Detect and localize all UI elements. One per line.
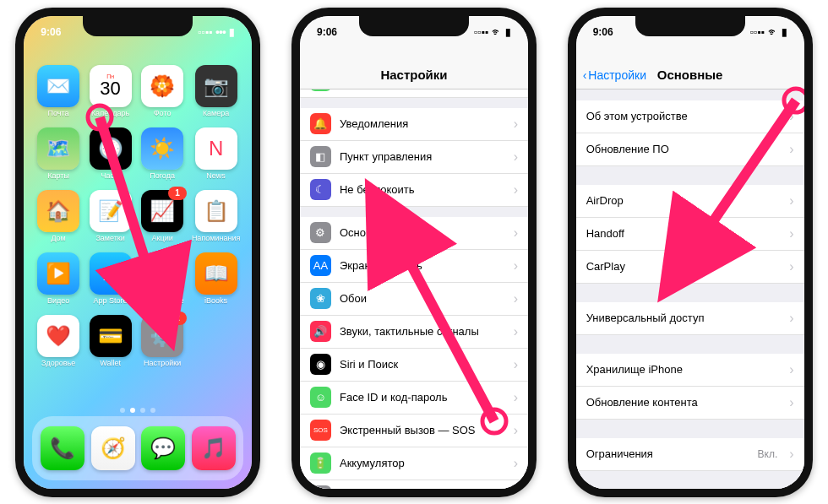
cell-Siri и Поиск[interactable]: ◉Siri и Поиск›: [300, 349, 528, 382]
cell-Ограничения[interactable]: ОграниченияВкл.›: [576, 438, 804, 471]
cell-label: Об этом устройстве: [586, 110, 782, 122]
app-Wallet[interactable]: 💳Wallet: [88, 315, 133, 367]
battery-icon: ▮: [229, 26, 235, 38]
app-Камера[interactable]: 📷Камера: [192, 65, 240, 117]
app-icon: ⚙️2: [141, 315, 183, 357]
cell-Обновление ПО[interactable]: Обновление ПО›: [576, 133, 804, 166]
cell-AirDrop[interactable]: AirDrop›: [576, 185, 804, 218]
wifi-icon: ᯤ: [768, 26, 778, 38]
signal-icon: ▫▫▪▪: [198, 26, 212, 38]
app-Календарь[interactable]: Пн30Календарь: [88, 65, 133, 117]
cell-Об этом устройстве[interactable]: Об этом устройстве›: [576, 100, 804, 133]
cell-Конфиденциальность[interactable]: ✋Конфиденциальность›: [300, 480, 528, 489]
app-label: Часы: [101, 171, 120, 180]
phone-home: 9:06 ▫▫▪▪ ⦁⦁⦁ ▮ ✉️ПочтаПн30Календарь🏵️Фо…: [15, 8, 260, 497]
app-Погода[interactable]: ☀️Погода: [139, 127, 185, 180]
cell-label: Siri и Поиск: [340, 358, 505, 371]
app-Заметки[interactable]: 📝Заметки: [88, 190, 133, 242]
navbar-title: Основные: [657, 68, 723, 82]
dot: [150, 408, 155, 413]
cell-Хранилище iPhone[interactable]: Хранилище iPhone›: [576, 354, 804, 387]
dock-app[interactable]: 🧭: [91, 426, 135, 470]
cell-label: Face ID и код-пароль: [340, 391, 505, 404]
app-Напоминания[interactable]: 📋Напоминания: [192, 190, 240, 242]
cell-Не беспокоить[interactable]: ☾Не беспокоить›: [300, 174, 528, 207]
app-iBooks[interactable]: 📖iBooks: [192, 252, 240, 305]
dot: [120, 408, 125, 413]
cell-label: Экран и яркость: [340, 259, 505, 272]
app-Видео[interactable]: ▶️Видео: [35, 252, 81, 305]
general-list[interactable]: Об этом устройстве›Обновление ПО›AirDrop…: [576, 82, 804, 489]
cell-Основные[interactable]: ⚙Основные›: [300, 217, 528, 250]
app-label: iTunes Store: [141, 296, 184, 305]
app-Часы[interactable]: 🕙Часы: [88, 127, 133, 180]
chevron-right-icon: ›: [789, 259, 793, 274]
app-icon: 🏵️: [141, 65, 183, 107]
cell-label: Универсальный доступ: [586, 312, 782, 324]
cell-Handoff[interactable]: Handoff›: [576, 218, 804, 251]
app-icon: ✉️: [37, 65, 79, 107]
cell-Аккумулятор[interactable]: 🔋Аккумулятор›: [300, 447, 528, 480]
cell-Обновление контента[interactable]: Обновление контента›: [576, 387, 804, 420]
app-icon: A: [90, 252, 132, 295]
back-label: Настройки: [588, 68, 646, 82]
app-label: Wallet: [100, 359, 121, 367]
settings-list[interactable]: 📶ОператорMTS ROS›🔔Уведомления›◧Пункт упр…: [300, 82, 528, 489]
app-icon: N: [195, 127, 237, 170]
app-label: Дом: [51, 234, 65, 242]
status-time: 9:06: [593, 26, 613, 38]
dock-app[interactable]: 🎵: [192, 426, 236, 470]
cell-Уведомления[interactable]: 🔔Уведомления›: [300, 108, 528, 141]
app-icon: 🕙: [90, 127, 132, 170]
cell-label: Обновление ПО: [586, 143, 782, 155]
signal-icon: ▫▫▪▪: [474, 26, 488, 38]
app-label: Здоровье: [41, 359, 75, 367]
page-dots[interactable]: [24, 408, 252, 413]
app-icon: 📖: [195, 252, 237, 295]
back-button[interactable]: ‹ Настройки: [583, 68, 646, 82]
cell-Звуки, тактильные сигналы[interactable]: 🔊Звуки, тактильные сигналы›: [300, 316, 528, 349]
chevron-right-icon: ›: [514, 423, 518, 438]
cell-Face ID и код-пароль[interactable]: ☺Face ID и код-пароль›: [300, 382, 528, 415]
cell-Пункт управления[interactable]: ◧Пункт управления›: [300, 141, 528, 174]
dock-app[interactable]: 💬: [141, 426, 185, 470]
app-App Store[interactable]: AApp Store: [88, 252, 133, 305]
home-grid: ✉️ПочтаПн30Календарь🏵️Фото📷Камера🗺️Карты…: [24, 58, 252, 374]
cell-label: Хранилище iPhone: [586, 363, 782, 376]
cell-CarPlay[interactable]: CarPlay›: [576, 251, 804, 284]
app-icon: 🗺️: [37, 127, 79, 170]
chevron-right-icon: ›: [514, 149, 518, 165]
app-icon: ★: [141, 252, 183, 295]
app-Карты[interactable]: 🗺️Карты: [35, 127, 81, 180]
cell-Экран и яркость[interactable]: AAЭкран и яркость›: [300, 250, 528, 283]
app-iTunes Store[interactable]: ★iTunes Store: [139, 252, 185, 305]
app-Здоровье[interactable]: ❤️Здоровье: [35, 315, 81, 367]
chevron-right-icon: ›: [514, 456, 518, 471]
setting-icon: ⚙: [310, 222, 331, 243]
app-label: Камера: [203, 109, 229, 117]
app-Настройки[interactable]: ⚙️2Настройки: [139, 315, 185, 367]
dot-active: [130, 408, 135, 413]
app-icon: ☀️: [141, 127, 183, 170]
chevron-right-icon: ›: [514, 117, 518, 132]
app-News[interactable]: NNews: [192, 127, 240, 180]
notch: [635, 16, 745, 36]
app-label: Почта: [48, 109, 69, 117]
setting-icon: 🔋: [310, 453, 331, 474]
app-Почта[interactable]: ✉️Почта: [35, 65, 81, 117]
app-Акции[interactable]: 📈1Акции: [139, 190, 185, 242]
app-Фото[interactable]: 🏵️Фото: [139, 65, 185, 117]
app-Дом[interactable]: 🏠Дом: [35, 190, 81, 242]
chevron-right-icon: ›: [514, 258, 518, 274]
app-label: Погода: [150, 171, 175, 180]
signal-icon: ▫▫▪▪: [750, 26, 765, 38]
chevron-right-icon: ›: [789, 311, 793, 326]
cell-Экстренный вызов — SOS[interactable]: SOSЭкстренный вызов — SOS›: [300, 415, 528, 447]
cell-label: CarPlay: [586, 260, 782, 273]
app-label: Настройки: [144, 359, 181, 367]
cell-Универсальный доступ[interactable]: Универсальный доступ›: [576, 302, 804, 335]
cell-label: Обои: [340, 292, 505, 305]
app-icon: 📋: [195, 190, 237, 232]
dock-app[interactable]: 📞: [41, 426, 84, 470]
cell-Обои[interactable]: ❀Обои›: [300, 283, 528, 316]
